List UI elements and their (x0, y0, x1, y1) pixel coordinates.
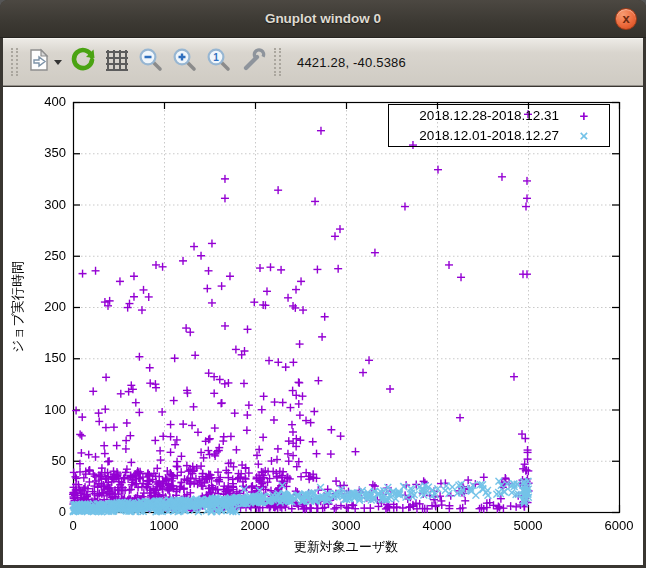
x-tick-label: 3000 (314, 518, 378, 533)
y-tick-label: 200 (17, 299, 66, 314)
gnuplot-window: Gnuplot window 0 x (0, 0, 646, 568)
cursor-coordinates: 4421.28, -40.5386 (297, 55, 406, 70)
legend-series-marker-icon: × (559, 127, 609, 145)
title-bar[interactable]: Gnuplot window 0 x (0, 0, 646, 38)
y-tick-label: 400 (17, 94, 66, 109)
grid-toggle-button[interactable] (100, 44, 134, 80)
y-tick-label: 150 (17, 350, 66, 365)
zoom-reset-icon: 1 (206, 47, 232, 77)
export-dropdown-icon[interactable] (54, 60, 62, 69)
svg-text:1: 1 (213, 52, 219, 63)
toolbar-grip-handle[interactable] (11, 48, 18, 76)
grid-toggle-icon (104, 47, 130, 77)
y-tick-label: 300 (17, 197, 66, 212)
toolbar: 1 4421.28, -40.5386 (3, 38, 643, 86)
legend-entry: 2018.12.28-2018.12.31+ (389, 106, 609, 126)
y-tick-label: 350 (17, 145, 66, 160)
x-tick-label: 4000 (405, 518, 469, 533)
zoom-out-icon (138, 47, 164, 77)
y-tick-label: 0 (17, 504, 66, 519)
x-tick-label: 6000 (587, 518, 646, 533)
legend-series-label: 2018.12.01-2018.12.27 (389, 128, 559, 143)
export-plot-button[interactable] (22, 44, 66, 80)
replot-icon (70, 47, 96, 77)
zoom-in-icon (172, 47, 198, 77)
settings-button[interactable] (236, 44, 270, 80)
close-button[interactable]: x (615, 8, 637, 30)
settings-wrench-icon (240, 47, 266, 77)
toolbar-grip-handle[interactable] (274, 48, 281, 76)
legend-entry: 2018.12.01-2018.12.27× (389, 126, 609, 146)
y-tick-label: 100 (17, 402, 66, 417)
x-tick-label: 1000 (132, 518, 196, 533)
window-title: Gnuplot window 0 (0, 0, 646, 38)
plot-area[interactable]: ジョブ実行時間 更新対象ユーザ数 01000200030004000500060… (3, 87, 643, 565)
export-plot-icon (26, 47, 52, 77)
zoom-reset-button[interactable]: 1 (202, 44, 236, 80)
zoom-in-button[interactable] (168, 44, 202, 80)
x-tick-label: 2000 (223, 518, 287, 533)
x-tick-label: 5000 (496, 518, 560, 533)
x-axis-label: 更新対象ユーザ数 (73, 538, 619, 556)
zoom-out-button[interactable] (134, 44, 168, 80)
replot-button[interactable] (66, 44, 100, 80)
y-tick-label: 250 (17, 248, 66, 263)
legend-series-marker-icon: + (559, 107, 609, 125)
x-tick-label: 0 (41, 518, 105, 533)
legend-box: 2018.12.28-2018.12.31+2018.12.01-2018.12… (388, 104, 610, 147)
legend-series-label: 2018.12.28-2018.12.31 (389, 108, 559, 123)
scatter-plot-canvas[interactable] (3, 87, 643, 565)
y-tick-label: 50 (17, 453, 66, 468)
